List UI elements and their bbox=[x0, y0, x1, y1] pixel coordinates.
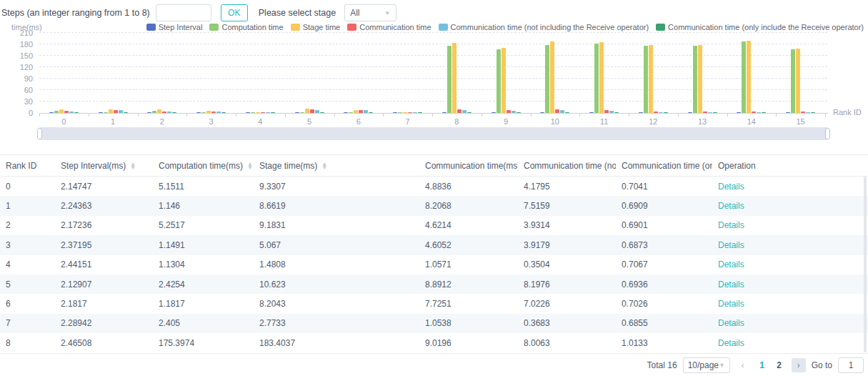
legend-item-1[interactable]: Computation time bbox=[209, 23, 283, 31]
cell-communication-time-not-inc: 8.0063 bbox=[518, 338, 616, 348]
goto-page-input[interactable] bbox=[838, 357, 864, 373]
cell-operation: Details bbox=[712, 201, 868, 211]
cell-stage-time-ms: 8.6619 bbox=[254, 201, 419, 211]
cell-operation: Details bbox=[712, 182, 868, 192]
cell-operation: Details bbox=[712, 240, 868, 250]
steps-label: Steps (an integer ranging from 1 to 8) bbox=[1, 8, 150, 18]
cell-communication-time-only-in: 0.6936 bbox=[616, 279, 712, 290]
datazoom-slider[interactable] bbox=[39, 127, 828, 140]
sort-icon[interactable]: ▲▼ bbox=[247, 162, 253, 169]
bar-computation-time-rank-12[interactable] bbox=[644, 46, 648, 113]
bar-group-rank-14 bbox=[727, 33, 777, 113]
bar-stage-time-rank-11[interactable] bbox=[599, 42, 604, 113]
bar-computation-time-rank-8[interactable] bbox=[447, 46, 452, 113]
cell-rank-id: 3 bbox=[0, 240, 55, 250]
x-tick-mark bbox=[285, 114, 286, 117]
bar-group-rank-11 bbox=[579, 33, 629, 113]
cell-stage-time-ms: 9.3307 bbox=[254, 182, 419, 192]
x-tick-label: 4 bbox=[236, 117, 285, 126]
x-tick-label: 2 bbox=[138, 117, 187, 126]
bar-stage-time-rank-8[interactable] bbox=[452, 43, 457, 113]
cell-operation: Details bbox=[712, 279, 868, 290]
cell-communication-time-not-inc: 7.5159 bbox=[518, 201, 616, 211]
details-link[interactable]: Details bbox=[718, 259, 744, 269]
cell-stage-time-ms: 2.7733 bbox=[254, 318, 419, 328]
cell-communication-time-only-in: 1.0133 bbox=[616, 338, 712, 348]
ok-button[interactable]: OK bbox=[221, 4, 248, 21]
column-header-label: Computation time(ms) bbox=[159, 161, 243, 171]
top-controls-bar: Steps (an integer ranging from 1 to 8) O… bbox=[0, 0, 868, 21]
x-tick-label: 6 bbox=[334, 117, 384, 126]
x-tick-label: 10 bbox=[531, 117, 580, 126]
bar-computation-time-rank-13[interactable] bbox=[693, 46, 697, 113]
legend-item-0[interactable]: Step Interval bbox=[146, 23, 203, 31]
table-row: 12.243631.1468.66198.20687.51590.6909Det… bbox=[0, 196, 868, 215]
steps-input[interactable] bbox=[156, 4, 211, 21]
legend-item-4[interactable]: Communication time (not including the Re… bbox=[439, 23, 649, 31]
column-header-3: Stage time(ms)▲▼ bbox=[254, 161, 419, 171]
details-link[interactable]: Details bbox=[718, 299, 744, 309]
y-tick-label: 0 bbox=[0, 109, 33, 117]
x-tick-label: 11 bbox=[579, 117, 629, 126]
cell-step-interval-ms: 2.1817 bbox=[55, 299, 153, 309]
details-link[interactable]: Details bbox=[718, 220, 744, 230]
stage-select[interactable]: All ▼ bbox=[344, 4, 396, 21]
table-row: 82.46508175.3974183.40379.01968.00631.01… bbox=[0, 333, 868, 352]
bar-computation-time-rank-9[interactable] bbox=[497, 49, 501, 113]
column-header-0: Rank ID bbox=[0, 161, 55, 171]
details-link[interactable]: Details bbox=[718, 338, 744, 348]
cell-communication-time-not-inc: 3.9314 bbox=[518, 220, 616, 230]
page-number-2[interactable]: 2 bbox=[773, 360, 786, 370]
x-tick-mark bbox=[825, 114, 826, 117]
bar-group-rank-7 bbox=[383, 33, 432, 113]
cell-stage-time-ms: 183.4037 bbox=[254, 338, 419, 348]
bar-computation-time-rank-14[interactable] bbox=[742, 41, 746, 113]
details-link[interactable]: Details bbox=[718, 318, 744, 328]
bar-computation-time-rank-11[interactable] bbox=[594, 44, 599, 113]
bar-computation-time-rank-15[interactable] bbox=[791, 49, 795, 113]
page-number-1[interactable]: 1 bbox=[756, 360, 769, 370]
legend-item-3[interactable]: Communication time bbox=[347, 23, 431, 31]
y-tick-label: 30 bbox=[0, 97, 33, 106]
page-size-value: 10/page bbox=[688, 360, 719, 370]
x-tick-label: 7 bbox=[383, 117, 432, 126]
cell-rank-id: 8 bbox=[0, 338, 55, 348]
bar-stage-time-rank-13[interactable] bbox=[698, 45, 702, 113]
cell-operation: Details bbox=[712, 299, 868, 309]
details-link[interactable]: Details bbox=[718, 279, 744, 290]
cell-communication-time-only-in: 0.7026 bbox=[616, 299, 712, 309]
next-page-icon[interactable]: › bbox=[792, 358, 806, 372]
details-link[interactable]: Details bbox=[718, 240, 744, 250]
table-scrollbar[interactable] bbox=[864, 177, 867, 352]
bar-group-rank-3 bbox=[186, 33, 236, 113]
datazoom-left-handle[interactable] bbox=[37, 128, 42, 139]
page-size-select[interactable]: 10/page ▼ bbox=[683, 357, 730, 373]
datazoom-right-handle[interactable] bbox=[825, 128, 830, 139]
bar-stage-time-rank-14[interactable] bbox=[747, 41, 751, 113]
y-tick-label: 150 bbox=[0, 51, 33, 60]
bar-computation-time-rank-10[interactable] bbox=[545, 45, 549, 113]
sort-icon[interactable]: ▲▼ bbox=[130, 162, 136, 169]
sort-icon[interactable]: ▲▼ bbox=[321, 162, 327, 169]
prev-page-icon[interactable]: ‹ bbox=[736, 358, 750, 372]
bar-stage-time-rank-10[interactable] bbox=[550, 41, 554, 113]
cell-operation: Details bbox=[712, 259, 868, 269]
legend-label: Communication time (only include the Rec… bbox=[668, 23, 864, 31]
pagination-total: Total 16 bbox=[647, 360, 677, 370]
cell-computation-time-ms: 1.146 bbox=[153, 201, 254, 211]
cell-rank-id: 2 bbox=[0, 220, 55, 230]
x-tick-label: 8 bbox=[432, 117, 482, 126]
x-tick-mark bbox=[236, 114, 236, 117]
x-tick-mark bbox=[531, 114, 532, 117]
details-link[interactable]: Details bbox=[718, 201, 744, 211]
bar-stage-time-rank-12[interactable] bbox=[649, 45, 653, 113]
bar-stage-time-rank-9[interactable] bbox=[502, 48, 506, 113]
table-row: 32.371951.14915.0674.60523.91790.6873Det… bbox=[0, 235, 868, 254]
bar-stage-time-rank-15[interactable] bbox=[796, 49, 800, 113]
legend-item-5[interactable]: Communication time (only include the Rec… bbox=[656, 23, 864, 31]
cell-communication-time-ms: 1.0571 bbox=[419, 259, 518, 269]
cell-operation: Details bbox=[712, 318, 868, 328]
legend-item-2[interactable]: Stage time bbox=[291, 23, 341, 31]
details-link[interactable]: Details bbox=[718, 182, 744, 192]
cell-computation-time-ms: 1.1817 bbox=[153, 299, 254, 309]
